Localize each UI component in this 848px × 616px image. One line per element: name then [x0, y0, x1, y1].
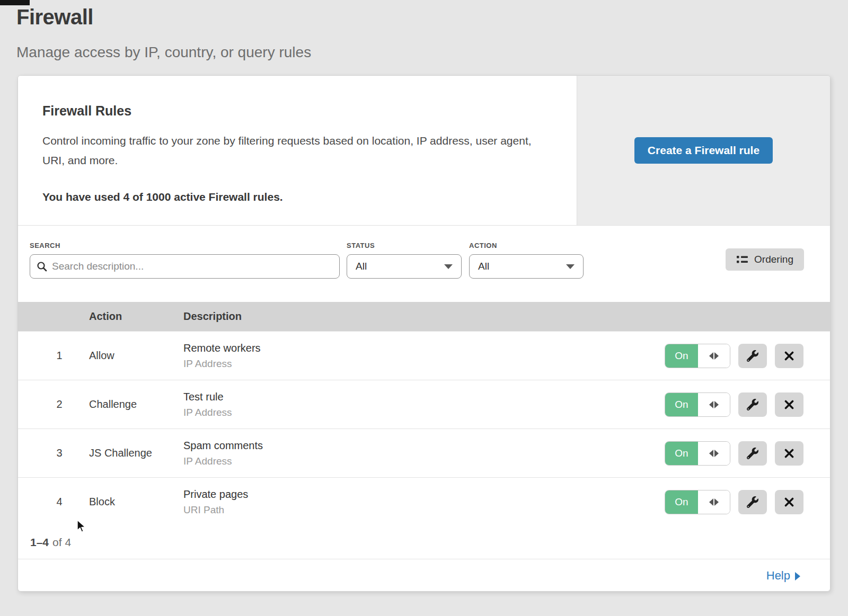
edit-rule-button[interactable]	[738, 490, 767, 514]
action-filter-group: ACTION All	[462, 242, 584, 302]
rule-enabled-toggle[interactable]: On	[665, 490, 730, 514]
rule-match-type: IP Address	[183, 456, 649, 467]
rule-controls: On	[649, 441, 818, 466]
edit-rule-button[interactable]	[738, 392, 767, 417]
card-footer: Help	[18, 559, 830, 592]
table-row: 1 Allow Remote workers IP Address On	[18, 331, 830, 380]
toggle-arrows-icon	[698, 344, 730, 368]
ordering-list-icon	[736, 255, 748, 264]
rule-controls: On	[649, 490, 818, 514]
page-subtitle: Manage access by IP, country, or query r…	[16, 44, 848, 61]
card-intro-section: Firewall Rules Control incoming traffic …	[18, 76, 830, 226]
delete-rule-button[interactable]	[775, 344, 803, 368]
rule-description-cell: Remote workers IP Address	[183, 342, 649, 370]
table-row: 2 Challenge Test rule IP Address On	[18, 380, 830, 428]
rule-priority: 4	[30, 496, 89, 508]
help-link[interactable]: Help	[766, 569, 800, 583]
rule-description: Spam comments	[183, 440, 649, 452]
help-caret-icon	[795, 572, 800, 581]
action-select[interactable]: All	[469, 254, 584, 279]
delete-rule-button[interactable]	[775, 392, 803, 417]
screen-artifact-strip	[0, 0, 30, 5]
close-icon	[784, 497, 794, 507]
search-filter-group: SEARCH	[30, 242, 340, 302]
card-heading: Firewall Rules	[42, 103, 552, 119]
table-row: 3 JS Challenge Spam comments IP Address …	[18, 428, 830, 477]
toggle-on-label: On	[665, 344, 698, 368]
close-icon	[784, 400, 794, 409]
action-label: ACTION	[469, 242, 584, 249]
delete-rule-button[interactable]	[775, 441, 803, 466]
rule-priority: 2	[30, 398, 89, 410]
status-label: STATUS	[347, 242, 462, 249]
rule-match-type: IP Address	[183, 358, 649, 370]
status-select-value: All	[356, 261, 367, 272]
search-label: SEARCH	[30, 242, 340, 249]
rule-action: Challenge	[89, 398, 183, 410]
page-title: Firewall	[16, 5, 848, 29]
action-column-header: Action	[89, 310, 183, 323]
toggle-arrows-icon	[698, 393, 730, 416]
pagination-range: 1–4	[30, 536, 49, 549]
wrench-icon	[747, 496, 758, 508]
rule-description: Test rule	[183, 391, 649, 403]
rule-description: Remote workers	[183, 342, 649, 354]
rule-match-type: IP Address	[183, 407, 649, 418]
action-select-value: All	[478, 261, 489, 272]
page-header: Firewall Manage access by IP, country, o…	[0, 0, 848, 61]
rule-action: JS Challenge	[89, 447, 183, 459]
toggle-on-label: On	[665, 393, 698, 416]
rule-description-cell: Spam comments IP Address	[183, 440, 649, 467]
search-icon	[37, 261, 47, 272]
rule-description-cell: Private pages URI Path	[183, 488, 649, 516]
status-select[interactable]: All	[347, 254, 462, 279]
table-row: 4 Block Private pages URI Path On	[18, 477, 830, 526]
rule-priority: 1	[30, 350, 89, 362]
create-firewall-rule-button[interactable]: Create a Firewall rule	[634, 137, 773, 164]
edit-rule-button[interactable]	[738, 441, 767, 466]
toggle-arrows-icon	[698, 442, 730, 465]
rule-action: Allow	[89, 350, 183, 362]
caret-down-icon	[566, 264, 575, 269]
rule-enabled-toggle[interactable]: On	[665, 441, 730, 466]
rule-enabled-toggle[interactable]: On	[665, 344, 730, 368]
create-rule-panel: Create a Firewall rule	[577, 76, 830, 225]
table-header: Action Description	[18, 302, 830, 331]
toggle-arrows-icon	[698, 490, 730, 514]
wrench-icon	[747, 399, 758, 410]
toggle-on-label: On	[665, 490, 698, 514]
wrench-icon	[747, 350, 758, 362]
ordering-button[interactable]: Ordering	[726, 248, 804, 271]
close-icon	[784, 449, 794, 458]
status-filter-group: STATUS All	[340, 242, 462, 302]
edit-rule-button[interactable]	[738, 344, 767, 368]
ordering-button-label: Ordering	[754, 254, 793, 265]
card-intro-text: Firewall Rules Control incoming traffic …	[18, 76, 577, 225]
delete-rule-button[interactable]	[775, 490, 803, 514]
description-column-header: Description	[183, 310, 649, 323]
toggle-on-label: On	[665, 442, 698, 465]
pagination: 1–4 of 4	[18, 526, 830, 559]
wrench-icon	[747, 448, 758, 459]
rule-match-type: URI Path	[183, 504, 649, 516]
rule-description: Private pages	[183, 488, 649, 501]
firewall-rules-card: Firewall Rules Control incoming traffic …	[17, 75, 831, 592]
caret-down-icon	[444, 264, 453, 269]
search-input-wrap[interactable]	[30, 254, 340, 279]
filter-bar: SEARCH STATUS All ACTION All	[18, 226, 830, 302]
rule-enabled-toggle[interactable]: On	[665, 392, 730, 417]
pagination-total: of 4	[52, 536, 71, 549]
rule-action: Block	[89, 496, 183, 508]
card-description: Control incoming traffic to your zone by…	[42, 131, 543, 171]
rule-controls: On	[649, 392, 818, 417]
search-input[interactable]	[52, 261, 333, 272]
help-link-label: Help	[766, 569, 790, 583]
rule-description-cell: Test rule IP Address	[183, 391, 649, 418]
rules-usage-text: You have used 4 of 1000 active Firewall …	[42, 191, 552, 203]
rule-controls: On	[649, 344, 818, 368]
close-icon	[784, 351, 794, 361]
rule-priority: 3	[30, 447, 89, 459]
